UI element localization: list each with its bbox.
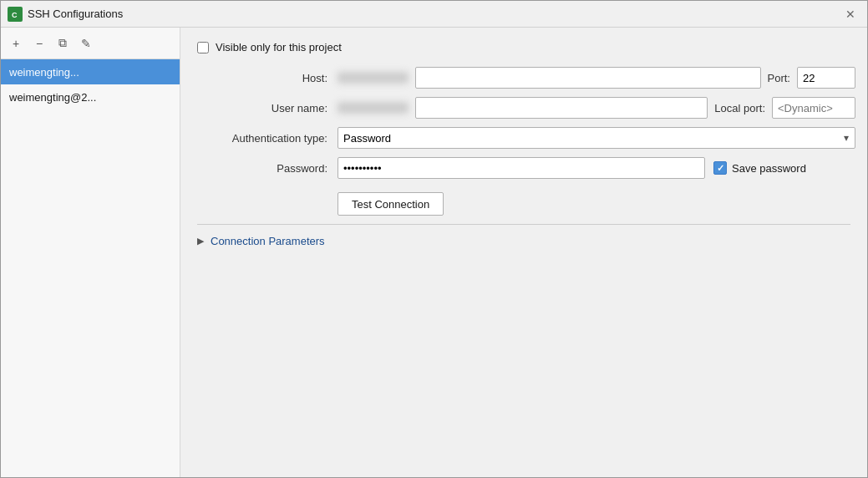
sidebar: + − ⧉ ✎ weimengting... weimengting@2... bbox=[1, 28, 180, 477]
visible-only-label: Visible only for this project bbox=[216, 41, 342, 53]
visible-only-checkbox[interactable] bbox=[197, 42, 209, 53]
save-password-section: Save password bbox=[713, 161, 806, 175]
sidebar-toolbar: + − ⧉ ✎ bbox=[1, 28, 180, 59]
auth-type-wrapper: Password Key pair OpenSSH config and aut… bbox=[338, 127, 855, 149]
connection-params-label: Connection Parameters bbox=[211, 235, 325, 247]
app-icon: C bbox=[8, 7, 23, 22]
main-content: + − ⧉ ✎ weimengting... weimengting@2... … bbox=[1, 28, 867, 477]
password-row: Save password bbox=[338, 157, 855, 179]
username-blurred bbox=[338, 102, 409, 114]
host-input[interactable] bbox=[415, 67, 761, 89]
host-label: Host: bbox=[197, 72, 331, 84]
sidebar-list: weimengting... weimengting@2... bbox=[1, 59, 180, 477]
port-label: Port: bbox=[768, 72, 790, 84]
sidebar-item-2[interactable]: weimengting@2... bbox=[1, 84, 180, 109]
auth-type-select[interactable]: Password Key pair OpenSSH config and aut… bbox=[338, 127, 855, 149]
window: C SSH Configurations ✕ + − ⧉ ✎ weimengti… bbox=[0, 0, 868, 478]
right-panel: Visible only for this project Host: Port… bbox=[180, 28, 867, 477]
form-grid: Host: Port: User name: Local port: Authe… bbox=[197, 67, 850, 179]
local-port-label: Local port: bbox=[714, 102, 765, 114]
password-input[interactable] bbox=[338, 157, 705, 179]
svg-text:C: C bbox=[12, 11, 18, 19]
save-password-label: Save password bbox=[732, 162, 806, 175]
auth-type-label: Authentication type: bbox=[197, 132, 331, 145]
close-button[interactable]: ✕ bbox=[840, 4, 860, 24]
username-row: Local port: bbox=[338, 97, 855, 119]
sidebar-item-1-label: weimengting... bbox=[9, 66, 79, 79]
chevron-right-icon: ▶ bbox=[197, 236, 204, 247]
password-label: Password: bbox=[197, 162, 331, 175]
add-button[interactable]: + bbox=[6, 33, 26, 53]
visible-only-row: Visible only for this project bbox=[197, 41, 850, 53]
connection-params-row[interactable]: ▶ Connection Parameters bbox=[197, 224, 850, 257]
copy-button[interactable]: ⧉ bbox=[53, 33, 73, 53]
test-connection-button[interactable]: Test Connection bbox=[338, 192, 444, 216]
titlebar-left: C SSH Configurations bbox=[8, 7, 123, 22]
test-connection-row: Test Connection bbox=[197, 192, 850, 216]
window-title: SSH Configurations bbox=[28, 8, 123, 20]
host-blurred bbox=[338, 72, 409, 84]
host-row: Port: bbox=[338, 67, 855, 89]
port-input[interactable] bbox=[797, 67, 855, 89]
remove-button[interactable]: − bbox=[29, 33, 49, 53]
sidebar-item-1[interactable]: weimengting... bbox=[1, 59, 180, 84]
save-password-checkbox[interactable] bbox=[713, 161, 727, 175]
sidebar-item-2-label: weimengting@2... bbox=[9, 91, 96, 104]
username-input[interactable] bbox=[415, 97, 708, 119]
titlebar: C SSH Configurations ✕ bbox=[1, 1, 867, 28]
local-port-input[interactable] bbox=[772, 97, 855, 119]
username-label: User name: bbox=[197, 102, 331, 114]
edit-button[interactable]: ✎ bbox=[76, 33, 96, 53]
